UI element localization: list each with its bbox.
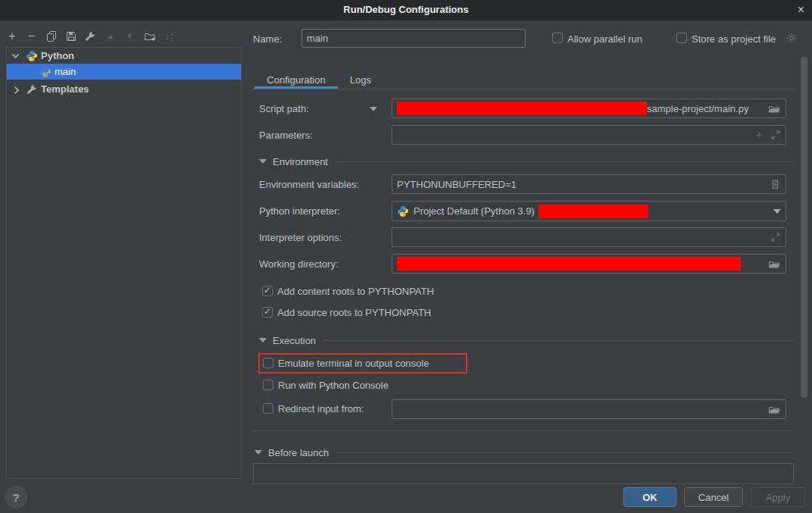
new-folder-icon: [144, 30, 157, 42]
tree-item-label: main: [55, 66, 76, 77]
add-configuration-button[interactable]: +: [5, 29, 20, 44]
collapse-caret-icon[interactable]: [259, 338, 267, 343]
add-macro-plus-icon[interactable]: +: [756, 129, 763, 141]
python-file-icon: [39, 66, 52, 78]
run-with-python-console-checkbox[interactable]: [263, 380, 273, 390]
allow-parallel-run-checkbox[interactable]: [552, 33, 563, 43]
environment-section-header: Environment: [259, 155, 794, 167]
tree-item-main[interactable]: main: [7, 64, 241, 80]
python-interpreter-label: Python interpreter:: [259, 205, 340, 217]
ok-button[interactable]: OK: [623, 487, 676, 507]
script-path-value: sample-project/main.py: [647, 103, 748, 114]
edit-templates-button[interactable]: [83, 29, 98, 44]
store-as-project-file-checkbox[interactable]: [676, 33, 687, 43]
move-down-button[interactable]: ▼: [122, 29, 137, 44]
name-label: Name:: [253, 33, 282, 45]
help-button[interactable]: ?: [5, 486, 27, 508]
tabs-divider: [253, 89, 794, 89]
allow-parallel-run-label: Allow parallel run: [567, 33, 642, 45]
add-source-roots-label: Add source roots to PYTHONPATH: [277, 307, 431, 318]
before-launch-section-header: Before launch: [255, 446, 794, 458]
apply-button[interactable]: Apply: [751, 487, 805, 507]
script-path-input[interactable]: sample-project/main.py: [392, 99, 786, 118]
section-divider: [323, 340, 794, 341]
section-title: Execution: [273, 335, 316, 346]
tab-logs[interactable]: Logs: [338, 70, 383, 89]
tree-item-label: Python: [41, 50, 74, 61]
sort-alphabetically-icon: ↓ az: [164, 30, 173, 42]
store-settings-gear-icon[interactable]: [785, 32, 798, 44]
insert-macros-caret-icon[interactable]: [370, 107, 377, 111]
python-interpreter-value: Project Default (Python 3.9): [414, 205, 535, 217]
python-logo-icon: [397, 205, 409, 217]
name-value: main: [307, 33, 328, 44]
move-up-icon: ▲: [107, 30, 114, 42]
expand-field-icon[interactable]: [770, 130, 781, 140]
copy-configuration-button[interactable]: [44, 29, 59, 44]
environment-variables-input[interactable]: PYTHONUNBUFFERED=1: [392, 174, 786, 194]
copy-icon: [45, 30, 58, 42]
redirect-input-input[interactable]: [392, 399, 786, 419]
content-divider: [253, 430, 794, 431]
move-up-button[interactable]: ▲: [103, 29, 118, 44]
store-as-project-file-label: Store as project file: [692, 33, 776, 45]
interpreter-options-label: Interpreter options:: [259, 232, 342, 243]
tree-item-label: Templates: [41, 83, 89, 95]
working-directory-label: Working directory:: [259, 258, 339, 270]
wrench-icon: [26, 83, 38, 95]
dialog-title: Run/Debug Configurations: [0, 4, 812, 15]
remove-configuration-button[interactable]: −: [24, 29, 39, 44]
dropdown-caret-icon[interactable]: [773, 209, 781, 214]
tree-item-templates[interactable]: Templates: [7, 81, 241, 97]
redaction-overlay: [397, 102, 647, 115]
parameters-label: Parameters:: [259, 130, 313, 141]
edit-variables-list-icon[interactable]: [770, 179, 781, 190]
redirect-input-checkbox[interactable]: [263, 403, 273, 414]
before-launch-task-list[interactable]: [253, 463, 794, 484]
move-down-icon: ▼: [126, 30, 133, 42]
redaction-overlay: [397, 257, 741, 271]
add-source-roots-checkbox[interactable]: [262, 307, 273, 317]
script-path-label: Script path:: [259, 103, 309, 114]
section-title: Environment: [273, 156, 328, 167]
collapse-caret-icon[interactable]: [259, 159, 267, 164]
configurations-tree: [6, 47, 242, 479]
vertical-scrollbar-thumb[interactable]: [801, 57, 807, 398]
interpreter-options-input[interactable]: [392, 227, 786, 247]
name-input[interactable]: main: [301, 29, 526, 48]
redaction-overlay: [539, 205, 648, 218]
save-icon: [65, 30, 77, 42]
section-divider: [336, 161, 794, 162]
minus-icon: −: [28, 30, 35, 42]
python-interpreter-combobox[interactable]: Project Default (Python 3.9): [392, 201, 786, 221]
emulate-terminal-label: Emulate terminal in output console: [278, 358, 429, 369]
working-directory-input[interactable]: [392, 254, 786, 274]
create-folder-button[interactable]: [142, 29, 158, 44]
browse-folder-icon[interactable]: [768, 103, 781, 114]
wrench-icon: [84, 30, 96, 42]
plus-icon: +: [8, 30, 15, 42]
browse-folder-icon[interactable]: [768, 258, 781, 270]
cancel-button[interactable]: Cancel: [684, 487, 743, 507]
title-bar: Run/Debug Configurations ×: [0, 0, 812, 20]
environment-variables-label: Environment variables:: [259, 179, 359, 190]
sort-configurations-button[interactable]: ↓ az: [161, 29, 176, 44]
add-content-roots-label: Add content roots to PYTHONPATH: [277, 286, 434, 297]
expand-field-icon[interactable]: [770, 232, 781, 242]
save-configuration-button[interactable]: [64, 29, 79, 44]
chevron-down-icon[interactable]: [12, 51, 20, 58]
run-debug-configurations-dialog: Run/Debug Configurations × + − ▲ ▼ ↓: [0, 0, 812, 513]
parameters-input[interactable]: +: [392, 125, 786, 145]
section-divider: [336, 452, 794, 453]
emulate-terminal-checkbox[interactable]: [263, 358, 273, 368]
collapse-caret-icon[interactable]: [255, 450, 262, 455]
section-title: Before launch: [268, 447, 329, 458]
close-icon[interactable]: ×: [798, 2, 804, 17]
execution-section-header: Execution: [259, 334, 794, 346]
chevron-right-icon[interactable]: [12, 86, 20, 94]
browse-folder-icon[interactable]: [768, 404, 781, 415]
tree-item-python[interactable]: Python: [7, 48, 241, 64]
redirect-input-label: Redirect input from:: [278, 403, 364, 414]
add-content-roots-checkbox[interactable]: [262, 286, 273, 296]
python-logo-icon: [26, 50, 38, 62]
